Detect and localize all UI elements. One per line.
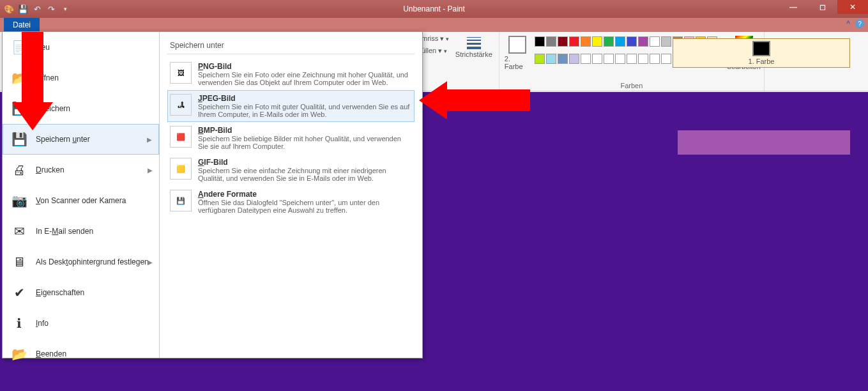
fill-dropdown[interactable]: üllen ▾: [422, 47, 449, 55]
palette-color[interactable]: [627, 36, 637, 47]
format-desc: Speichern Sie ein Foto mit guter Qualitä…: [198, 103, 412, 118]
file-menu-right: Speichern unter 🖼PNG-BildSpeichern Sie e…: [160, 32, 422, 358]
format-andere-formate[interactable]: 💾Andere FormateÖffnen Sie das Dialogfeld…: [167, 186, 415, 218]
format-icon: 🟨: [170, 158, 192, 180]
menu-item-von-scanner-oder-kamera[interactable]: 📷Von Scanner oder Kamera: [3, 185, 159, 216]
ribbon-collapse-icon[interactable]: ^: [846, 19, 850, 28]
menu-item-info[interactable]: ℹInfo: [3, 308, 159, 339]
format-title: BMP-Bild: [198, 126, 412, 135]
menu-icon: ℹ: [10, 314, 28, 332]
palette-color[interactable]: [581, 54, 591, 64]
menu-icon: 📷: [10, 192, 28, 210]
truncated-group: mriss ▾ üllen ▾: [422, 32, 449, 91]
submenu-arrow-icon: ▶: [147, 136, 152, 143]
menu-label: Als Desktophintergrund festlegen: [36, 257, 149, 266]
menu-item-eigenschaften[interactable]: ✔Eigenschaften: [3, 277, 159, 308]
palette-color[interactable]: [604, 54, 614, 64]
menu-label: Öffnen: [36, 73, 59, 82]
menu-item-speichern[interactable]: 💾Speichern: [3, 93, 159, 124]
palette-color[interactable]: [627, 54, 637, 64]
palette-color[interactable]: [535, 36, 545, 47]
palette-color[interactable]: [581, 36, 591, 47]
menu-label: Eigenschaften: [36, 288, 84, 297]
format-bmp-bild[interactable]: 🟥BMP-BildSpeichern Sie beliebige Bilder …: [167, 122, 415, 154]
palette-color[interactable]: [546, 54, 556, 64]
palette-color[interactable]: [546, 36, 556, 47]
color2-label: 2. Farbe: [505, 55, 530, 70]
color1-button[interactable]: 1. Farbe: [673, 38, 850, 68]
minimize-button[interactable]: —: [779, 0, 808, 14]
size-button[interactable]: Strichstärke: [461, 33, 487, 58]
palette-color[interactable]: [661, 36, 671, 47]
window-title: Unbenannt - Paint: [403, 4, 465, 13]
selection-rect[interactable]: [678, 130, 850, 155]
menu-icon: 📂: [10, 69, 28, 87]
format-title: JPEG-Bild: [198, 94, 412, 103]
menu-item-speichern-unter[interactable]: 💾Speichern unter▶: [3, 124, 159, 155]
format-png-bild[interactable]: 🖼PNG-BildSpeichern Sie ein Foto oder ein…: [167, 58, 415, 90]
menu-label: Speichern: [36, 104, 70, 113]
palette-color[interactable]: [638, 36, 648, 47]
palette-color[interactable]: [604, 36, 614, 47]
format-jpeg-bild[interactable]: 🏞JPEG-BildSpeichern Sie ein Foto mit gut…: [167, 90, 415, 122]
palette-color[interactable]: [661, 54, 671, 64]
format-icon: 💾: [170, 190, 192, 211]
format-desc: Speichern Sie beliebige Bilder mit hoher…: [198, 135, 412, 150]
help-icon[interactable]: ?: [855, 19, 864, 28]
qat-dropdown-icon[interactable]: ▾: [60, 4, 70, 14]
window-buttons: — ◻ ✕: [779, 0, 868, 14]
maximize-button[interactable]: ◻: [808, 0, 837, 14]
format-icon: 🖼: [170, 62, 192, 84]
menu-label: In E-Mail senden: [36, 227, 93, 236]
menu-label: Beenden: [36, 349, 66, 358]
format-icon: 🟥: [170, 126, 192, 148]
colors-group: 1. Farbe 2. Farbe Palette bearbeiten Far…: [499, 32, 765, 91]
menu-item-in-e-mail-senden[interactable]: ✉In E-Mail senden: [3, 216, 159, 247]
palette-color[interactable]: [535, 54, 545, 64]
palette-color[interactable]: [650, 36, 660, 47]
outline-dropdown[interactable]: mriss ▾: [422, 34, 449, 43]
submenu-arrow-icon: ▶: [148, 167, 153, 174]
palette-color[interactable]: [569, 54, 579, 64]
format-desc: Öffnen Sie das Dialogfeld "Speichern unt…: [198, 199, 412, 214]
menu-icon: ✔: [10, 284, 28, 302]
palette-color[interactable]: [569, 36, 579, 47]
system-icon[interactable]: 🎨: [4, 4, 14, 14]
palette-color[interactable]: [638, 54, 648, 64]
menu-label: Speichern unter: [36, 135, 90, 144]
redo-icon[interactable]: ↷: [46, 4, 56, 14]
palette-color[interactable]: [650, 54, 660, 64]
file-tab[interactable]: Datei: [4, 18, 40, 32]
close-button[interactable]: ✕: [837, 0, 868, 14]
format-title: PNG-Bild: [198, 62, 412, 71]
save-icon[interactable]: 💾: [18, 4, 28, 14]
file-menu-left: 📄Neu📂Öffnen💾Speichern💾Speichern unter▶🖨D…: [3, 32, 160, 358]
menu-item-neu[interactable]: 📄Neu: [3, 32, 159, 63]
quick-access-toolbar: 🎨 💾 ↶ ↷ ▾: [0, 4, 70, 14]
format-desc: Speichern Sie eine einfache Zeichnung mi…: [198, 167, 412, 182]
menu-item-drucken[interactable]: 🖨Drucken▶: [3, 155, 159, 185]
palette-color[interactable]: [592, 54, 602, 64]
palette-color[interactable]: [615, 54, 625, 64]
format-icon: 🏞: [170, 94, 192, 116]
format-gif-bild[interactable]: 🟨GIF-BildSpeichern Sie eine einfache Zei…: [167, 154, 415, 186]
palette-color[interactable]: [615, 36, 625, 47]
titlebar: 🎨 💾 ↶ ↷ ▾ Unbenannt - Paint — ◻ ✕: [0, 0, 868, 18]
menu-item-beenden[interactable]: 📂Beenden: [3, 339, 159, 369]
color1-label: 1. Farbe: [749, 57, 775, 65]
palette-color[interactable]: [592, 36, 602, 47]
menu-item--ffnen[interactable]: 📂Öffnen: [3, 63, 159, 93]
menu-label: Von Scanner oder Kamera: [36, 196, 126, 205]
save-as-heading: Speichern unter: [167, 37, 415, 54]
size-group: Strichstärke: [449, 32, 499, 91]
format-title: Andere Formate: [198, 190, 412, 199]
menu-icon: 📂: [10, 345, 28, 363]
menu-icon: 🖨: [10, 161, 28, 179]
menu-item-als-desktophintergrund-festlegen[interactable]: 🖥Als Desktophintergrund festlegen▶: [3, 247, 159, 277]
color2-button[interactable]: 2. Farbe: [505, 33, 530, 70]
ribbon-tabs: Datei ^ ?: [0, 18, 868, 32]
palette-color[interactable]: [558, 54, 568, 64]
palette-color[interactable]: [558, 36, 568, 47]
submenu-arrow-icon: ▶: [148, 259, 153, 266]
undo-icon[interactable]: ↶: [32, 4, 42, 14]
